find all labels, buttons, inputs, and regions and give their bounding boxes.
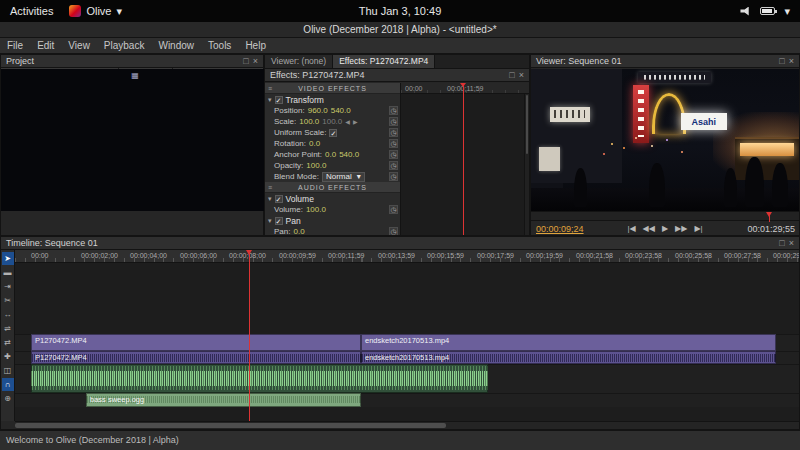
snapping-toggle[interactable]: ∩	[2, 378, 14, 391]
viewer-close-icon[interactable]: ×	[789, 55, 794, 67]
tab-effects[interactable]: Effects: P1270472.MP4	[333, 55, 435, 68]
keyframe-toggle-icon[interactable]: ◷	[389, 150, 398, 159]
uniform-scale-checkbox[interactable]: ✓	[329, 129, 337, 137]
activities-button[interactable]: Activities	[10, 5, 53, 17]
position-y-field[interactable]: 540.0	[331, 106, 351, 115]
volume-enabled-checkbox[interactable]: ✓	[275, 195, 283, 203]
tab-viewer-none[interactable]: Viewer: (none)	[265, 55, 333, 68]
razor-tool[interactable]: ✂	[2, 294, 14, 307]
blend-mode-select[interactable]: Normal ▾	[322, 172, 365, 182]
window-titlebar[interactable]: Olive (December 2018 | Alpha) - <untitle…	[0, 22, 800, 38]
audio-effects-header: ≡ AUDIO EFFECTS	[265, 182, 400, 193]
viewer-seek-bar[interactable]	[531, 211, 799, 221]
hand-tool[interactable]: ✚	[2, 350, 14, 363]
scale-x-field[interactable]: 100.0	[299, 117, 319, 126]
menu-bar: File Edit View Playback Window Tools Hel…	[0, 38, 800, 54]
timeline-close-icon[interactable]: ×	[789, 237, 794, 249]
timeline-audio-clip[interactable]: P1270472.MP4	[31, 351, 361, 364]
scale-y-field[interactable]: 100.0	[322, 117, 342, 126]
volume-field[interactable]: 100.0	[306, 205, 326, 214]
transition-tool[interactable]: ◫	[2, 364, 14, 377]
timeline-float-icon[interactable]: □	[779, 237, 784, 249]
clock[interactable]: Thu Jan 3, 10:49	[359, 5, 442, 17]
scrollbar-handle[interactable]	[15, 423, 446, 428]
effects-vertical-scrollbar[interactable]	[524, 94, 529, 235]
pan-effect-header[interactable]: ▾ ✓ Pan	[265, 215, 400, 226]
keyframe-toggle-icon[interactable]: ◷	[389, 205, 398, 214]
menu-help[interactable]: Help	[238, 38, 273, 53]
keyframe-toggle-icon[interactable]: ◷	[389, 139, 398, 148]
effects-float-icon[interactable]: □	[509, 69, 514, 81]
transform-effect-header[interactable]: ▾ ✓ Transform	[265, 94, 400, 105]
asahi-sign: Asahi	[681, 113, 727, 130]
go-to-end-button[interactable]: ▶|	[694, 224, 702, 233]
keyframe-toggle-icon[interactable]: ◷	[389, 106, 398, 115]
menu-edit[interactable]: Edit	[30, 38, 61, 53]
keyframe-toggle-icon[interactable]: ◷	[389, 128, 398, 137]
transform-enabled-checkbox[interactable]: ✓	[275, 96, 283, 104]
project-panel-title: Project	[6, 55, 34, 67]
timeline-audio-waveform-clip[interactable]	[31, 364, 488, 393]
timeline-audio-clip[interactable]: endsketch20170513.mp4	[361, 351, 776, 364]
timeline-audio-clip[interactable]: bass sweep.ogg	[86, 393, 361, 407]
project-row[interactable]: ▦prores1080.MOV 00:00:20;00 29.97 FPS	[1, 147, 263, 160]
pedestrian-silhouette	[574, 168, 587, 206]
timeline-playhead[interactable]	[249, 250, 250, 421]
position-x-field[interactable]: 960.0	[308, 106, 328, 115]
next-frame-button[interactable]: ▶▶	[675, 224, 687, 233]
pan-field[interactable]: 0.0	[293, 227, 304, 235]
system-tray[interactable]: ▾	[740, 0, 790, 22]
collapse-icon[interactable]: ▾	[268, 217, 272, 225]
anchor-y-field[interactable]: 540.0	[339, 150, 359, 159]
volume-icon	[740, 7, 751, 16]
ripple-tool[interactable]: ⇥	[2, 280, 14, 293]
rotation-field[interactable]: 0.0	[309, 139, 320, 148]
project-close-icon[interactable]: ×	[253, 55, 258, 67]
video-effects-header: ≡ VIDEO EFFECTS	[265, 83, 400, 94]
viewer-panel: Viewer: Sequence 01 □ × Asahi	[530, 54, 800, 236]
edit-tool[interactable]: ▬	[2, 266, 14, 279]
keyframe-ruler-start: 00:00	[405, 85, 423, 92]
menu-file[interactable]: File	[0, 38, 30, 53]
keyframe-toggle-icon[interactable]: ◷	[389, 227, 398, 235]
anchor-x-field[interactable]: 0.0	[325, 150, 336, 159]
anchor-point-row: Anchor Point: 0.0 540.0 ◷	[265, 149, 400, 160]
keyframe-toggle-icon[interactable]: ◷	[389, 161, 398, 170]
keyframe-toggle-icon[interactable]: ◷	[389, 117, 398, 126]
timeline-horizontal-scrollbar[interactable]	[15, 421, 799, 429]
system-menu-chevron-icon: ▾	[784, 5, 790, 18]
pointer-tool[interactable]: ➤	[2, 252, 14, 265]
battery-icon	[760, 7, 775, 15]
prev-keyframe-icon[interactable]: ◀	[345, 118, 350, 125]
menu-playback[interactable]: Playback	[97, 38, 152, 53]
pan-enabled-checkbox[interactable]: ✓	[275, 217, 283, 225]
prev-frame-button[interactable]: ◀◀	[643, 224, 655, 233]
keyframe-area[interactable]: 00:00 00:00;11;59	[401, 83, 529, 235]
current-timecode-field[interactable]: 00:00:09;24	[536, 224, 584, 234]
slide-tool[interactable]: ⇄	[2, 336, 14, 349]
go-to-start-button[interactable]: |◀	[627, 224, 635, 233]
timeline-clip[interactable]: P1270472.MP4	[31, 334, 361, 351]
ruler-label: 00:00;06;00	[180, 252, 217, 259]
menu-view[interactable]: View	[61, 38, 97, 53]
menu-window[interactable]: Window	[151, 38, 201, 53]
app-menu-button[interactable]: Olive ▾	[69, 5, 122, 18]
timeline-clip[interactable]: endsketch20170513.mp4	[361, 334, 776, 351]
viewer-float-icon[interactable]: □	[779, 55, 784, 67]
keyframe-playhead[interactable]	[463, 83, 464, 235]
slip-tool[interactable]: ↔	[2, 308, 14, 321]
project-float-icon[interactable]: □	[243, 55, 248, 67]
effects-close-icon[interactable]: ×	[519, 69, 524, 81]
next-keyframe-icon[interactable]: ▶	[353, 118, 358, 125]
timeline-ruler[interactable]: 00:00 00:00;02;00 00:00;04;00 00:00;06;0…	[15, 250, 799, 263]
collapse-icon[interactable]: ▾	[268, 96, 272, 104]
collapse-icon[interactable]: ▾	[268, 195, 272, 203]
volume-effect-header[interactable]: ▾ ✓ Volume	[265, 193, 400, 204]
opacity-field[interactable]: 100.0	[306, 161, 326, 170]
menu-tools[interactable]: Tools	[201, 38, 238, 53]
timeline-panel-title: Timeline: Sequence 01	[6, 237, 98, 249]
zoom-tool[interactable]: ⊕	[2, 392, 14, 405]
keyframe-toggle-icon[interactable]: ◷	[389, 172, 398, 181]
rolling-tool[interactable]: ⇌	[2, 322, 14, 335]
play-button[interactable]: ▶	[662, 224, 668, 233]
